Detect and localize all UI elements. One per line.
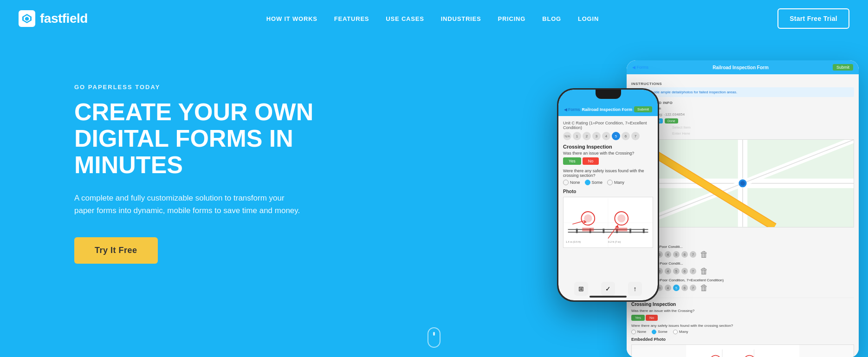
scroll-indicator	[428, 327, 440, 348]
phone-bottom-bar: ⊞ ✓ ↑	[558, 282, 658, 296]
phone-no-button[interactable]: No	[583, 157, 599, 165]
tablet-guard-value: Select Item	[672, 125, 691, 130]
hero-content: GO PAPERLESS TODAY CREATE YOUR OWN DIGIT…	[74, 56, 362, 264]
phone-railroad-diagram: 1.4 in (0.5 ft) 0.2 ft (7 in)	[564, 197, 653, 248]
hero-section: GO PAPERLESS TODAY CREATE YOUR OWN DIGIT…	[0, 37, 868, 357]
tablet-submit-button[interactable]: Submit	[833, 64, 853, 71]
tablet-yes-button[interactable]: Yes	[631, 315, 645, 321]
tablet-instructions-text: Please provide ample detail/photos for f…	[631, 87, 854, 97]
tablet-crossing-section: Crossing Inspection Was there an issue w…	[631, 298, 854, 357]
tablet-unit-b-label: Unit B Rating (1=Poor Conditi...	[631, 261, 854, 266]
svg-rect-14	[686, 345, 799, 357]
svg-text:1.4 in (0.5 ft): 1.4 in (0.5 ft)	[566, 240, 581, 243]
tablet-county-value: Enter Here	[672, 131, 690, 136]
tablet-content: Instructions Please provide ample detail…	[627, 74, 859, 357]
tablet-ratings-label: Ratings	[631, 239, 854, 243]
phone-form-title: Railroad Inspection Form	[582, 107, 633, 112]
phone-yes-button[interactable]: Yes	[563, 157, 581, 165]
hero-title: CREATE YOUR OWN DIGITAL FORMS IN MINUTES	[74, 99, 362, 179]
phone-content: Unit C Rating (1=Poor Condition, 7=Excel…	[558, 116, 658, 253]
phone-send-icon: ↑	[628, 282, 642, 296]
phone-screen: ◀ Forms Railroad Inspection Form Submit …	[558, 90, 658, 300]
phone-yn-buttons: Yes No	[563, 157, 653, 165]
phone-submit-button[interactable]: Submit	[634, 106, 652, 112]
try-it-free-button[interactable]: Try It Free	[74, 237, 158, 264]
phone-home-icon: ⊞	[574, 282, 588, 296]
tablet-crossing-title: Crossing Inspection	[631, 302, 854, 307]
phone-form-header: ◀ Forms Railroad Inspection Form Submit	[558, 103, 658, 116]
phone-photo-box: 1.4 in (0.5 ft) 0.2 ft (7 in)	[563, 197, 653, 248]
nav-login[interactable]: LOGIN	[578, 15, 599, 22]
phone-photo-label: Photo	[563, 189, 653, 194]
tablet-trash-icon-2: 🗑	[700, 266, 708, 276]
tablet-unit-b-rating: N/A 1 2 3 4 5 6 7 🗑	[631, 266, 854, 276]
main-nav: HOW IT WORKS FEATURES USE CASES INDUSTRI…	[266, 15, 599, 22]
nav-blog[interactable]: BLOG	[542, 15, 561, 22]
tablet-trash-icon-3: 🗑	[700, 283, 708, 293]
phone-crossing-title: Crossing Inspection	[563, 144, 653, 149]
tablet-unit-a-rating: ● 1 2 3 4 5 6 7 🗑	[631, 250, 854, 260]
phone-rating-row: N/A 1 2 3 4 5 6 7	[563, 132, 653, 140]
hero-subtitle: A complete and fully customizable soluti…	[74, 192, 306, 217]
nav-industries[interactable]: INDUSTRIES	[441, 15, 481, 22]
scroll-dot	[433, 332, 435, 336]
phone-mockup: ◀ Forms Railroad Inspection Form Submit …	[557, 88, 659, 302]
start-free-trial-button[interactable]: Start Free Trial	[777, 8, 849, 29]
logo-icon	[19, 10, 35, 27]
tablet-instructions-label: Instructions	[631, 82, 854, 86]
tablet-no-button[interactable]: No	[646, 315, 658, 321]
tablet-back: ◀ Forms	[632, 65, 648, 70]
svg-rect-51	[582, 228, 594, 232]
hero-tagline: GO PAPERLESS TODAY	[74, 84, 362, 91]
devices-showcase: ◀ Forms Railroad Inspection Form Submit …	[543, 51, 868, 357]
logo-text: fastfield	[40, 11, 88, 26]
phone-home-indicator	[589, 296, 627, 298]
phone-q1: Was there an issue with the Crossing?	[563, 151, 653, 156]
nav-use-cases[interactable]: USE CASES	[386, 15, 424, 22]
tablet-form-title: Railroad Inspection Form	[713, 65, 769, 70]
svg-text:0.2 ft (7 in): 0.2 ft (7 in)	[608, 240, 621, 243]
tablet-crossguard-label: Cross Guard Info	[631, 101, 854, 105]
svg-rect-52	[615, 228, 627, 232]
tablet-form-header: ◀ Forms Railroad Inspection Form Submit	[627, 60, 859, 74]
tablet-crossing-q1: Was there an issue with the Crossing?	[631, 309, 854, 313]
scroll-circle	[428, 327, 440, 348]
phone-back: ◀ Forms	[564, 107, 580, 112]
tablet-radio-options: None Some Many	[631, 330, 854, 334]
svg-point-13	[740, 181, 745, 186]
header: fastfield HOW IT WORKS FEATURES USE CASE…	[0, 0, 868, 37]
svg-point-50	[617, 214, 625, 222]
tablet-map	[631, 139, 854, 227]
nav-how-it-works[interactable]: HOW IT WORKS	[266, 15, 317, 22]
tablet-done-badge: Done	[665, 118, 678, 123]
tablet-unit-a-label: Unit A Rating (1=Poor Conditi...	[631, 245, 854, 249]
tablet-photo-area: 0.2 ft (7 in) 0.4 ft (5 in)	[631, 344, 854, 357]
phone-check-icon: ✓	[601, 282, 615, 296]
logo[interactable]: fastfield	[19, 10, 88, 27]
tablet-mockup: ◀ Forms Railroad Inspection Form Submit …	[627, 60, 859, 357]
phone-radio-row: None Some Many	[563, 180, 653, 185]
nav-features[interactable]: FEATURES	[334, 15, 369, 22]
phone-unit-c-label: Unit C Rating (1=Poor Condition, 7=Excel…	[563, 121, 653, 130]
tablet-embedded-photo-label: Embedded Photo	[631, 337, 854, 342]
tablet-unit-c-rating: N/A 1 2 3 4 5 6 7 🗑	[631, 283, 854, 293]
nav-pricing[interactable]: PRICING	[498, 15, 525, 22]
tablet-crossing-q2: Were there any safety issues found with …	[631, 324, 854, 328]
tablet-unit-c-label: Unit C Rating (1=Poor Condition, 7=Excel…	[631, 278, 854, 282]
tablet-railroad-diagram: 0.2 ft (7 in) 0.4 ft (5 in)	[632, 345, 854, 357]
tablet-trash-icon: 🗑	[700, 250, 708, 260]
phone-status-bar	[558, 90, 658, 103]
phone-q2: Were there any safety issues found with …	[563, 169, 653, 178]
